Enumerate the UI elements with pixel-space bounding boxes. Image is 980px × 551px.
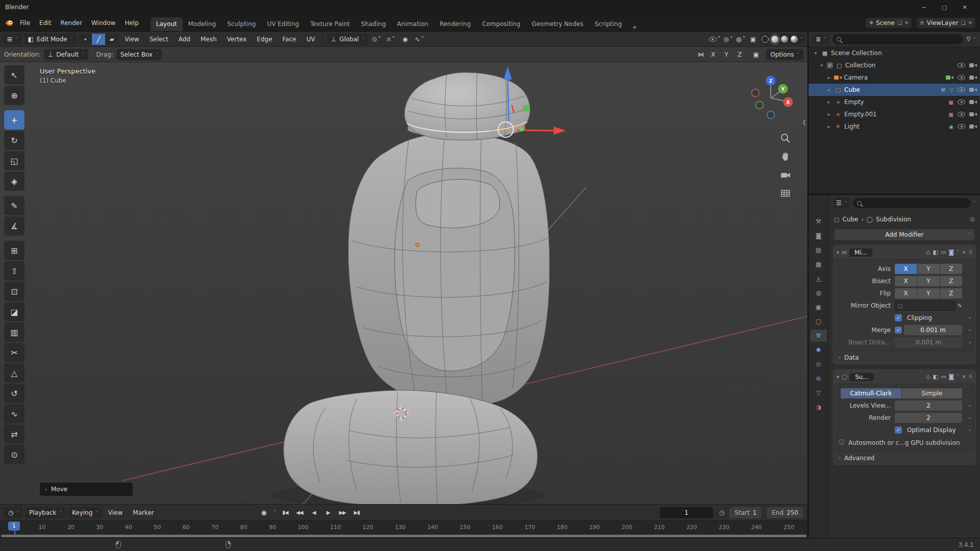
bisect-z-button[interactable]: Z <box>940 276 962 286</box>
mirror-modifier-header[interactable]: ▾ ⋈ Mi... ◇ ◧ ▭ ◙ ˅ ✕ ⠿ <box>834 245 975 260</box>
outliner-editor-type-button[interactable]: ≣ ˅ <box>813 34 829 45</box>
use-preview-range-icon[interactable]: ◷ <box>719 509 724 516</box>
subdivision-modifier-header[interactable]: ▾ ◯ Su... ◇ ◧ ▭ ◙ ˅ ✕ ⠿ <box>834 370 975 384</box>
modifier-name-field[interactable]: Su... <box>850 373 874 381</box>
outliner-row-camera[interactable]: ▸ Camera <box>808 71 980 84</box>
tool-annotate[interactable]: ✎ <box>4 196 24 215</box>
expand-icon[interactable]: ▾ <box>819 63 825 68</box>
next-keyframe-button[interactable]: ▶▶ <box>336 507 349 518</box>
menu-select[interactable]: Select <box>145 34 173 45</box>
proportional-editing-button[interactable]: ◉ <box>399 34 411 45</box>
workspace-tab-sculpting[interactable]: Sculpting <box>222 17 261 31</box>
auto-keying-button[interactable]: ◉ <box>257 507 271 518</box>
delete-modifier-icon[interactable]: ✕ <box>962 249 966 255</box>
constraints-tab-icon[interactable]: ⊖ <box>811 372 827 385</box>
show-realtime-toggle[interactable]: ▭ <box>941 373 946 380</box>
disable-render-icon[interactable] <box>969 75 977 80</box>
physics-tab-icon[interactable]: ⊙ <box>811 358 827 370</box>
tool-cursor[interactable]: ⊕ <box>4 86 24 105</box>
playback-menu[interactable]: Playback ˅ <box>25 507 66 518</box>
expand-icon[interactable]: ▸ <box>826 75 832 80</box>
solid-shading-icon[interactable] <box>771 36 778 43</box>
flip-x-button[interactable]: X <box>895 288 917 298</box>
menu-file[interactable]: File <box>15 17 35 29</box>
operator-redo-panel[interactable]: › Move <box>40 483 133 496</box>
show-render-toggle[interactable]: ◙ <box>949 249 954 256</box>
output-tab-icon[interactable]: ▤ <box>811 244 827 256</box>
render-levels-field[interactable]: 2 <box>895 413 962 423</box>
bisect-x-button[interactable]: X <box>895 276 917 286</box>
timeline-marker-menu[interactable]: Marker <box>129 507 158 518</box>
decorator-dot[interactable]: • <box>966 403 973 409</box>
keying-menu[interactable]: Keying ˅ <box>68 507 102 518</box>
minimize-button[interactable]: ─ <box>914 4 934 11</box>
menu-edge[interactable]: Edge <box>253 34 276 45</box>
add-workspace-button[interactable]: + <box>627 24 642 31</box>
mirror-z-toggle[interactable]: Z <box>733 49 746 60</box>
editor-type-button[interactable]: ⊞ ˅ <box>3 34 22 45</box>
menu-help[interactable]: Help <box>120 17 143 29</box>
current-frame-field[interactable]: 1 <box>660 507 713 518</box>
merge-checkbox[interactable]: ✓ <box>895 327 902 334</box>
playhead[interactable]: 1 <box>8 521 20 531</box>
scene-selector[interactable]: ❖ Scene ❏ ✕ <box>865 17 912 29</box>
expand-icon[interactable]: ▸ <box>826 124 832 129</box>
menu-view[interactable]: View <box>120 34 143 45</box>
tool-add-cube[interactable]: ⊞ <box>4 241 24 260</box>
hide-eye-icon[interactable] <box>958 124 965 129</box>
add-modifier-button[interactable]: Add Modifier ˅ <box>834 229 975 241</box>
tool-knife[interactable]: ✂ <box>4 343 24 362</box>
hide-eye-icon[interactable] <box>958 75 965 80</box>
rendered-shading-icon[interactable] <box>791 36 798 43</box>
tool-loop-cut[interactable]: ▥ <box>4 322 24 342</box>
expand-icon[interactable]: ▾ <box>813 51 819 56</box>
wireframe-shading-icon[interactable] <box>762 36 769 43</box>
outliner-row-collection[interactable]: ▾ ✓ ▢ Collection <box>808 59 980 71</box>
expand-icon[interactable]: ▸ <box>826 112 832 117</box>
pivot-point-dropdown[interactable]: ⊙ ˅ <box>371 34 383 45</box>
collapse-icon[interactable]: ▾ <box>837 249 839 255</box>
tool-tweak[interactable]: ↖ <box>4 65 24 85</box>
proportional-falloff-dropdown[interactable]: ∿ ˅ <box>413 34 426 45</box>
expand-icon[interactable]: ▸ <box>826 87 832 92</box>
new-view-layer-icon[interactable]: ❏ <box>961 20 966 26</box>
visibility-dropdown[interactable]: ˅ <box>707 34 722 45</box>
flip-z-button[interactable]: Z <box>940 288 962 298</box>
workspace-tab-rendering[interactable]: Rendering <box>434 17 476 31</box>
region-collapse-icon[interactable]: ❮ <box>802 119 806 125</box>
tool-scale[interactable]: ◱ <box>4 151 24 170</box>
decorator-dot[interactable]: • <box>966 315 973 321</box>
optimal-display-checkbox[interactable]: ✓ <box>895 427 902 434</box>
object-tab-icon[interactable]: ▢ <box>811 315 827 328</box>
mirror-x-toggle[interactable]: X <box>707 49 719 60</box>
outliner-row-empty-001[interactable]: ▸ + Empty.001 ▦ <box>808 108 980 120</box>
properties-editor-type-button[interactable]: ☰ ˅ <box>833 197 850 209</box>
edge-select-button[interactable]: ╱ <box>92 34 105 45</box>
hide-eye-icon[interactable] <box>958 112 965 117</box>
play-button[interactable]: ▶ <box>322 507 335 518</box>
tool-measure[interactable]: ∡ <box>4 216 24 236</box>
tool-edge-slide[interactable]: ⇄ <box>4 424 24 444</box>
prev-keyframe-button[interactable]: ◀◀ <box>293 507 306 518</box>
drag-handle-icon[interactable]: ⠿ <box>969 374 972 380</box>
world-tab-icon[interactable]: ◍ <box>811 287 827 299</box>
simple-button[interactable]: Simple <box>902 388 963 398</box>
particles-tab-icon[interactable]: ✱ <box>811 344 827 356</box>
menu-window[interactable]: Window <box>87 17 120 29</box>
decorator-dot[interactable]: • <box>966 340 973 345</box>
scene-tab-icon[interactable]: ◬ <box>811 272 827 285</box>
filter-icon[interactable]: ∇ <box>966 36 970 43</box>
modifier-extras-icon[interactable]: ˅ <box>957 374 959 380</box>
chevron-down-icon[interactable]: ˅ <box>974 37 976 42</box>
disable-render-icon[interactable] <box>969 124 977 129</box>
xray-toggle[interactable]: ▣ <box>747 34 760 45</box>
drag-setting-dropdown[interactable]: Select Box ˅ <box>116 49 162 60</box>
timeline-editor-type-button[interactable]: ◷ ˅ <box>4 507 23 518</box>
axis-y-button[interactable]: Y <box>917 264 939 274</box>
disable-render-icon[interactable] <box>969 87 977 92</box>
show-realtime-toggle[interactable]: ▭ <box>941 249 946 256</box>
unlink-scene-icon[interactable]: ✕ <box>904 20 909 26</box>
catmull-clark-button[interactable]: Catmull-Clark <box>841 388 901 398</box>
collection-checkbox[interactable]: ✓ <box>827 62 833 68</box>
render-tab-icon[interactable]: ◙ <box>811 230 827 242</box>
